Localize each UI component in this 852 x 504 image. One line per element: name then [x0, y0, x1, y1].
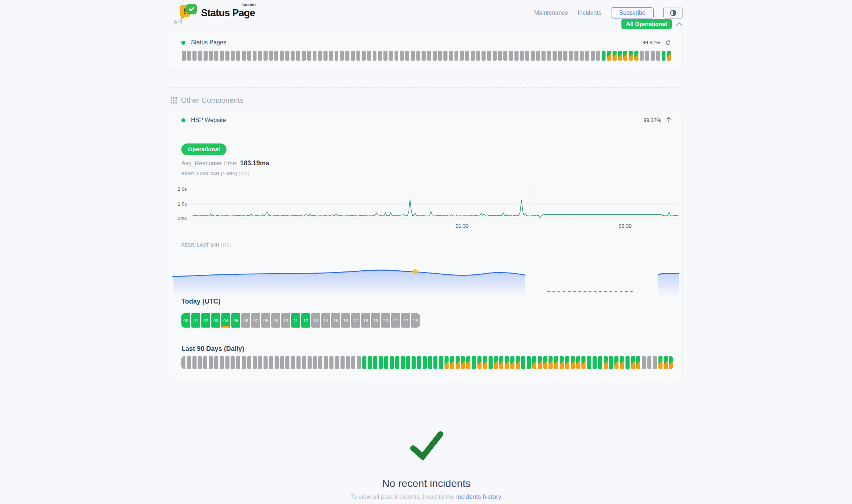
- uptime-bar[interactable]: [658, 356, 663, 369]
- uptime-bar[interactable]: [411, 51, 415, 61]
- uptime-bar[interactable]: [357, 356, 361, 369]
- uptime-bar[interactable]: [536, 51, 540, 61]
- uptime-bar[interactable]: [625, 356, 630, 369]
- uptime-bar[interactable]: [225, 51, 229, 61]
- uptime-bar[interactable]: [389, 51, 393, 61]
- nav-incidents[interactable]: Incidents: [578, 10, 601, 16]
- uptime-bar[interactable]: [445, 356, 449, 369]
- uptime-bar[interactable]: [569, 51, 573, 61]
- uptime-bar[interactable]: [489, 356, 493, 369]
- uptime-bar[interactable]: [275, 356, 279, 369]
- brand-logo[interactable]: ! hosted Status Page: [180, 3, 255, 22]
- uptime-bar[interactable]: [471, 51, 475, 61]
- hour-block-01[interactable]: 01: [191, 313, 200, 328]
- uptime-bar[interactable]: [416, 51, 420, 61]
- uptime-bar[interactable]: [576, 356, 580, 369]
- uptime-bar[interactable]: [510, 356, 514, 369]
- uptime-bar[interactable]: [614, 356, 618, 369]
- uptime-bar[interactable]: [351, 356, 355, 369]
- uptime-bar[interactable]: [585, 51, 589, 61]
- hour-block-08[interactable]: 08: [261, 313, 270, 328]
- uptime-bar[interactable]: [291, 356, 295, 369]
- uptime-bar[interactable]: [302, 356, 306, 369]
- uptime-bar[interactable]: [465, 51, 469, 61]
- uptime-bar[interactable]: [264, 356, 268, 369]
- uptime-bar[interactable]: [472, 356, 476, 369]
- uptime-bar[interactable]: [395, 356, 399, 369]
- hour-block-13[interactable]: 13: [311, 313, 320, 328]
- uptime-bar[interactable]: [656, 51, 660, 61]
- hour-block-14[interactable]: 14: [321, 313, 330, 328]
- uptime-bar[interactable]: [541, 51, 546, 61]
- uptime-bar[interactable]: [181, 356, 185, 369]
- incidents-history-link[interactable]: incidents history: [456, 493, 501, 500]
- uptime-bar[interactable]: [618, 51, 622, 61]
- uptime-bar[interactable]: [450, 356, 454, 369]
- uptime-bar[interactable]: [346, 356, 350, 369]
- uptime-bar[interactable]: [378, 51, 382, 61]
- uptime-bar[interactable]: [379, 356, 383, 369]
- uptime-bar[interactable]: [498, 51, 502, 61]
- uptime-bar[interactable]: [503, 51, 507, 61]
- uptime-bar[interactable]: [538, 356, 542, 369]
- uptime-bar[interactable]: [329, 356, 333, 369]
- uptime-bar[interactable]: [636, 356, 640, 369]
- uptime-bar[interactable]: [494, 356, 498, 369]
- uptime-bar[interactable]: [505, 356, 509, 369]
- uptime-bar[interactable]: [574, 51, 578, 61]
- uptime-bar[interactable]: [580, 51, 584, 61]
- uptime-bar[interactable]: [487, 51, 491, 61]
- uptime-bar[interactable]: [449, 51, 453, 61]
- uptime-bar[interactable]: [483, 356, 487, 369]
- uptime-bar[interactable]: [307, 51, 311, 61]
- uptime-bar[interactable]: [433, 356, 437, 369]
- uptime-bar[interactable]: [209, 51, 213, 61]
- uptime-bar[interactable]: [461, 356, 465, 369]
- uptime-bar[interactable]: [209, 356, 213, 369]
- uptime-bar[interactable]: [477, 356, 482, 369]
- uptime-bar[interactable]: [499, 356, 503, 369]
- uptime-bar[interactable]: [428, 356, 432, 369]
- uptime-bar[interactable]: [187, 356, 191, 369]
- uptime-bar[interactable]: [549, 356, 553, 369]
- uptime-bar[interactable]: [258, 356, 262, 369]
- nav-maintenance[interactable]: Maintenance: [534, 10, 568, 16]
- uptime-bar[interactable]: [383, 51, 388, 61]
- chevron-up-icon[interactable]: [675, 22, 683, 26]
- uptime-bar[interactable]: [351, 51, 355, 61]
- uptime-bar[interactable]: [242, 51, 246, 61]
- uptime-bar[interactable]: [368, 356, 372, 369]
- uptime-bar[interactable]: [591, 51, 595, 61]
- uptime-bar[interactable]: [460, 51, 464, 61]
- uptime-bar[interactable]: [525, 51, 529, 61]
- uptime-bar[interactable]: [318, 356, 322, 369]
- hour-block-17[interactable]: 17: [351, 313, 360, 328]
- uptime-bar[interactable]: [651, 51, 655, 61]
- uptime-bar[interactable]: [427, 51, 431, 61]
- uptime-bar[interactable]: [604, 356, 608, 369]
- uptime-bar[interactable]: [231, 51, 235, 61]
- uptime-bar[interactable]: [225, 356, 229, 369]
- hour-block-00[interactable]: 00: [181, 313, 190, 328]
- uptime-bar[interactable]: [439, 356, 443, 369]
- uptime-bar[interactable]: [662, 51, 666, 61]
- uptime-bar[interactable]: [214, 356, 218, 369]
- uptime-bar[interactable]: [274, 51, 278, 61]
- uptime-bar[interactable]: [318, 51, 322, 61]
- uptime-bar[interactable]: [581, 356, 586, 369]
- uptime-bar[interactable]: [313, 356, 317, 369]
- uptime-bar[interactable]: [400, 51, 404, 61]
- uptime-bar[interactable]: [308, 356, 312, 369]
- uptime-bar[interactable]: [291, 51, 295, 61]
- uptime-bar[interactable]: [285, 356, 289, 369]
- uptime-bar[interactable]: [341, 356, 345, 369]
- uptime-bar[interactable]: [642, 356, 646, 369]
- uptime-bar[interactable]: [647, 356, 651, 369]
- uptime-bar[interactable]: [532, 356, 536, 369]
- uptime-bar[interactable]: [362, 51, 366, 61]
- uptime-bar[interactable]: [285, 51, 289, 61]
- uptime-bar[interactable]: [335, 51, 339, 61]
- hour-block-05[interactable]: 05: [231, 313, 240, 328]
- uptime-bar[interactable]: [543, 356, 547, 369]
- uptime-bar[interactable]: [192, 51, 197, 61]
